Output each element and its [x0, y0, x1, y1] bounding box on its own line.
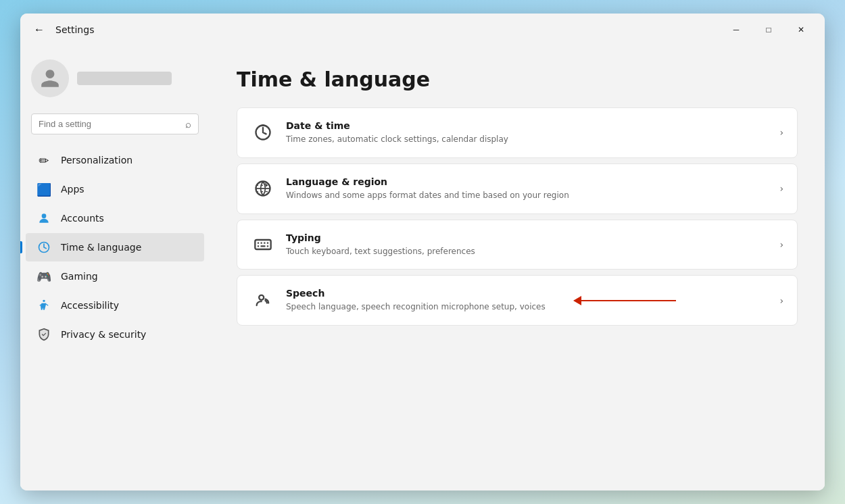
settings-window: ← Settings ─ □ ✕: [20, 14, 825, 490]
search-button[interactable]: ⌕: [185, 118, 191, 130]
date-time-icon: [251, 120, 275, 145]
sidebar-item-accessibility[interactable]: Accessibility: [26, 291, 204, 320]
card-text-date-time: Date & time Time zones, automatic clock …: [286, 120, 771, 145]
card-text-language-region: Language & region Windows and some apps …: [286, 176, 771, 201]
accounts-svg: [37, 211, 51, 225]
svg-point-14: [259, 295, 264, 300]
card-desc-speech: Speech language, speech recognition micr…: [286, 301, 771, 313]
typing-icon: [251, 232, 275, 257]
apps-icon: 🟦: [37, 182, 51, 197]
personalization-icon: ✏️: [37, 153, 51, 168]
chevron-right-icon-4: ›: [779, 295, 783, 306]
titlebar: ← Settings ─ □ ✕: [20, 14, 825, 46]
card-title-typing: Typing: [286, 232, 771, 243]
date-time-svg: [254, 123, 272, 142]
speech-icon: [251, 288, 275, 313]
svg-rect-4: [262, 125, 265, 126]
speech-svg: [254, 291, 272, 310]
svg-rect-9: [264, 242, 265, 243]
svg-rect-10: [267, 242, 268, 243]
card-text-speech: Speech Speech language, speech recogniti…: [286, 288, 771, 313]
svg-rect-7: [258, 242, 259, 243]
user-section: [20, 54, 210, 108]
accessibility-svg: [37, 299, 51, 312]
chevron-right-icon-3: ›: [779, 239, 783, 250]
sidebar-nav: ✏️ Personalization 🟦 Apps Accounts: [20, 145, 210, 482]
card-desc-typing: Touch keyboard, text suggestions, prefer…: [286, 246, 771, 257]
maximize-icon: □: [766, 25, 771, 34]
svg-rect-8: [261, 242, 262, 243]
sidebar-item-time-language[interactable]: Time & language: [26, 233, 204, 261]
time-language-icon: [37, 240, 51, 255]
minimize-button[interactable]: ─: [721, 19, 752, 41]
privacy-icon: [37, 327, 51, 342]
card-title-date-time: Date & time: [286, 120, 771, 131]
sidebar-item-label-privacy-security: Privacy & security: [61, 329, 146, 340]
language-svg: [254, 179, 272, 198]
sidebar-item-label-apps: Apps: [61, 184, 84, 195]
keyboard-svg: [254, 235, 272, 254]
card-title-language-region: Language & region: [286, 176, 771, 187]
svg-rect-6: [255, 240, 270, 249]
card-speech[interactable]: Speech Speech language, speech recogniti…: [237, 275, 798, 326]
back-icon: ←: [34, 24, 45, 36]
sidebar-item-gaming[interactable]: 🎮 Gaming: [26, 262, 204, 291]
card-date-time[interactable]: Date & time Time zones, automatic clock …: [237, 107, 798, 158]
chevron-right-icon: ›: [779, 127, 783, 138]
user-icon: [39, 68, 61, 89]
main-content: Time & language Date & time Time zones, …: [210, 46, 825, 490]
chevron-right-icon-2: ›: [779, 183, 783, 194]
accounts-icon: [37, 211, 51, 226]
card-title-speech: Speech: [286, 288, 771, 299]
sidebar-item-privacy-security[interactable]: Privacy & security: [26, 320, 204, 349]
card-typing[interactable]: Typing Touch keyboard, text suggestions,…: [237, 220, 798, 270]
window-title: Settings: [55, 24, 94, 35]
sidebar-item-label-gaming: Gaming: [61, 271, 98, 282]
gaming-icon: 🎮: [37, 269, 51, 284]
sidebar: ⌕ ✏️ Personalization 🟦 Apps: [20, 46, 210, 490]
card-desc-date-time: Time zones, automatic clock settings, ca…: [286, 134, 771, 145]
svg-rect-12: [261, 245, 266, 247]
svg-point-2: [43, 300, 45, 302]
shield-icon: [37, 328, 51, 341]
search-box[interactable]: ⌕: [31, 114, 199, 134]
sidebar-item-label-personalization: Personalization: [61, 155, 132, 166]
back-button[interactable]: ←: [28, 19, 50, 41]
page-title: Time & language: [237, 68, 798, 91]
user-name-placeholder: [77, 72, 172, 85]
search-icon: ⌕: [185, 118, 191, 130]
window-body: ⌕ ✏️ Personalization 🟦 Apps: [20, 46, 825, 490]
card-desc-language-region: Windows and some apps format dates and t…: [286, 190, 771, 201]
sidebar-item-accounts[interactable]: Accounts: [26, 204, 204, 232]
svg-rect-11: [258, 245, 259, 247]
window-controls: ─ □ ✕: [721, 19, 817, 41]
sidebar-item-label-accessibility: Accessibility: [61, 300, 119, 311]
time-svg: [37, 241, 51, 254]
avatar: [31, 59, 69, 97]
card-language-region[interactable]: Language & region Windows and some apps …: [237, 163, 798, 214]
language-icon: [251, 176, 275, 201]
minimize-icon: ─: [733, 25, 740, 34]
speech-card-wrapper: Speech Speech language, speech recogniti…: [237, 275, 798, 326]
svg-rect-13: [267, 245, 268, 247]
svg-point-0: [42, 213, 47, 218]
sidebar-item-label-time-language: Time & language: [61, 242, 141, 253]
card-text-typing: Typing Touch keyboard, text suggestions,…: [286, 232, 771, 257]
accessibility-icon: [37, 298, 51, 313]
search-input[interactable]: [39, 119, 180, 129]
sidebar-item-label-accounts: Accounts: [61, 213, 104, 224]
close-icon: ✕: [798, 25, 804, 34]
close-button[interactable]: ✕: [786, 19, 817, 41]
sidebar-item-personalization[interactable]: ✏️ Personalization: [26, 146, 204, 174]
maximize-button[interactable]: □: [753, 19, 784, 41]
sidebar-item-apps[interactable]: 🟦 Apps: [26, 175, 204, 203]
